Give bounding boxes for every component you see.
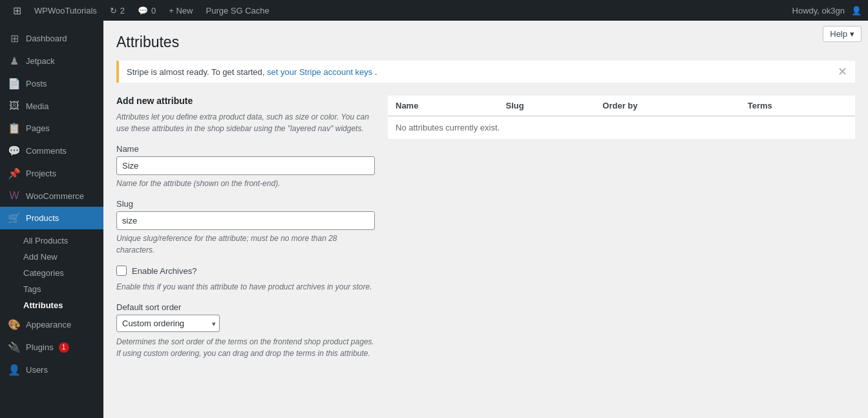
sort-order-select-wrapper: Custom ordering Name Name (numeric) Term… bbox=[116, 315, 220, 332]
sort-order-select[interactable]: Custom ordering Name Name (numeric) Term… bbox=[116, 315, 220, 332]
main-content: Attributes Stripe is almost ready. To ge… bbox=[103, 21, 868, 418]
notice-text-before: Stripe is almost ready. To get started, bbox=[127, 67, 264, 77]
sidebar-item-posts[interactable]: 📄 Posts bbox=[0, 72, 103, 95]
categories-label: Categories bbox=[23, 268, 64, 278]
users-icon: 👤 bbox=[8, 364, 21, 376]
sidebar-subitem-add-new[interactable]: Add New bbox=[0, 249, 103, 265]
sidebar-item-woocommerce[interactable]: W WooCommerce bbox=[0, 185, 103, 207]
comments-sidebar-icon: 💬 bbox=[8, 145, 21, 157]
tags-label: Tags bbox=[23, 284, 41, 294]
projects-icon: 📌 bbox=[8, 167, 21, 180]
sidebar-item-pages-label: Pages bbox=[26, 123, 50, 133]
adminbar-howdy[interactable]: Howdy, ok3gn bbox=[792, 6, 845, 16]
slug-help: Unique slug/reference for the attribute;… bbox=[116, 233, 375, 256]
empty-message: No attributes currently exist. bbox=[388, 116, 855, 140]
adminbar-avatar[interactable]: 👤 bbox=[851, 6, 862, 16]
sidebar-subitem-categories[interactable]: Categories bbox=[0, 265, 103, 281]
name-help: Name for the attribute (shown on the fro… bbox=[116, 178, 375, 189]
media-icon: 🖼 bbox=[8, 100, 21, 112]
sidebar-subitem-all-products[interactable]: All Products bbox=[0, 233, 103, 249]
appearance-icon: 🎨 bbox=[8, 319, 21, 331]
sidebar-item-appearance[interactable]: 🎨 Appearance bbox=[0, 313, 103, 336]
adminbar-wp-logo[interactable]: ⊞ bbox=[6, 0, 28, 21]
notice-text: Stripe is almost ready. To get started, … bbox=[127, 67, 377, 77]
comments-count: 0 bbox=[151, 6, 156, 16]
wp-icon: ⊞ bbox=[13, 5, 21, 17]
site-name-label: WPWooTutorials bbox=[34, 6, 97, 16]
sidebar-item-projects[interactable]: 📌 Projects bbox=[0, 162, 103, 185]
stripe-notice: Stripe is almost ready. To get started, … bbox=[116, 61, 855, 83]
all-products-label: All Products bbox=[23, 236, 68, 246]
attributes-label: Attributes bbox=[23, 300, 63, 310]
sidebar-item-media-label: Media bbox=[26, 101, 48, 111]
sidebar-item-jetpack[interactable]: ♟ Jetpack bbox=[0, 50, 103, 72]
updates-count: 2 bbox=[120, 6, 125, 16]
name-label: Name bbox=[116, 144, 375, 154]
new-label: + New bbox=[169, 6, 193, 16]
dashboard-icon: ⊞ bbox=[8, 32, 21, 45]
sort-order-field: Default sort order Custom ordering Name … bbox=[116, 302, 375, 359]
sidebar-subitem-attributes[interactable]: Attributes bbox=[0, 297, 103, 313]
adminbar-purge[interactable]: Purge SG Cache bbox=[200, 0, 276, 21]
slug-input[interactable] bbox=[116, 211, 375, 230]
sidebar-item-plugins[interactable]: 🔌 Plugins 1 bbox=[0, 336, 103, 359]
col-terms: Terms bbox=[740, 96, 855, 116]
notice-close-button[interactable]: ✕ bbox=[838, 66, 847, 78]
sidebar-item-products[interactable]: 🛒 Products bbox=[0, 207, 103, 229]
sidebar: ⊞ Dashboard ♟ Jetpack 📄 Posts 🖼 Media 📋 … bbox=[0, 21, 103, 418]
comments-icon: 💬 bbox=[138, 6, 148, 16]
products-icon: 🛒 bbox=[8, 212, 21, 224]
sidebar-item-comments-label: Comments bbox=[26, 146, 67, 156]
name-field: Name Name for the attribute (shown on th… bbox=[116, 144, 375, 189]
help-button[interactable]: Help ▾ bbox=[823, 26, 862, 42]
name-input[interactable] bbox=[116, 156, 375, 175]
plugins-badge: 1 bbox=[59, 342, 69, 353]
attributes-table: Name Slug Order by Terms No attributes c… bbox=[388, 96, 855, 139]
notice-link[interactable]: set your Stripe account keys bbox=[267, 67, 372, 77]
sidebar-item-posts-label: Posts bbox=[26, 79, 47, 89]
sidebar-item-pages[interactable]: 📋 Pages bbox=[0, 117, 103, 140]
enable-archives-help: Enable this if you want this attribute t… bbox=[116, 281, 375, 293]
form-title: Add new attribute bbox=[116, 96, 375, 106]
adminbar-updates[interactable]: ↻ 2 bbox=[103, 0, 131, 21]
sidebar-item-woocommerce-label: WooCommerce bbox=[26, 191, 84, 201]
sidebar-item-appearance-label: Appearance bbox=[26, 320, 71, 329]
posts-icon: 📄 bbox=[8, 78, 21, 90]
slug-label: Slug bbox=[116, 199, 375, 209]
table-empty-row: No attributes currently exist. bbox=[388, 116, 855, 140]
notice-text-after: . bbox=[375, 67, 377, 77]
updates-icon: ↻ bbox=[110, 6, 117, 16]
help-dropdown-icon: ▾ bbox=[850, 29, 854, 39]
jetpack-icon: ♟ bbox=[8, 55, 21, 67]
form-description: Attributes let you define extra product … bbox=[116, 111, 375, 134]
pages-icon: 📋 bbox=[8, 122, 21, 134]
sidebar-item-dashboard-label: Dashboard bbox=[26, 34, 67, 43]
attributes-table-container: Name Slug Order by Terms No attributes c… bbox=[388, 96, 855, 369]
enable-archives-checkbox[interactable] bbox=[116, 266, 127, 276]
slug-field: Slug Unique slug/reference for the attri… bbox=[116, 199, 375, 256]
purge-label: Purge SG Cache bbox=[206, 6, 270, 16]
woocommerce-icon: W bbox=[8, 190, 21, 202]
content-wrapper: Add new attribute Attributes let you def… bbox=[116, 96, 855, 369]
adminbar-site-name[interactable]: WPWooTutorials bbox=[28, 0, 103, 21]
sidebar-subitem-tags[interactable]: Tags bbox=[0, 281, 103, 297]
col-name: Name bbox=[388, 96, 498, 116]
sidebar-item-dashboard[interactable]: ⊞ Dashboard bbox=[0, 27, 103, 50]
help-label: Help bbox=[830, 29, 847, 39]
sort-order-help: Determines the sort order of the terms o… bbox=[116, 336, 375, 359]
adminbar-new[interactable]: + New bbox=[162, 0, 199, 21]
sidebar-item-comments[interactable]: 💬 Comments bbox=[0, 140, 103, 162]
page-title: Attributes bbox=[116, 34, 855, 51]
adminbar-comments[interactable]: 💬 0 bbox=[131, 0, 162, 21]
sidebar-item-jetpack-label: Jetpack bbox=[26, 56, 55, 66]
sidebar-item-projects-label: Projects bbox=[26, 169, 56, 178]
sidebar-item-users[interactable]: 👤 Users bbox=[0, 359, 103, 381]
sidebar-item-media[interactable]: 🖼 Media bbox=[0, 95, 103, 117]
sidebar-item-plugins-label: Plugins bbox=[26, 342, 54, 352]
col-order-by: Order by bbox=[595, 96, 739, 116]
sort-order-label: Default sort order bbox=[116, 302, 375, 312]
add-new-label: Add New bbox=[23, 252, 58, 262]
enable-archives-field: Enable Archives? Enable this if you want… bbox=[116, 266, 375, 293]
enable-archives-label: Enable Archives? bbox=[132, 266, 196, 276]
sidebar-item-products-label: Products bbox=[26, 213, 59, 223]
